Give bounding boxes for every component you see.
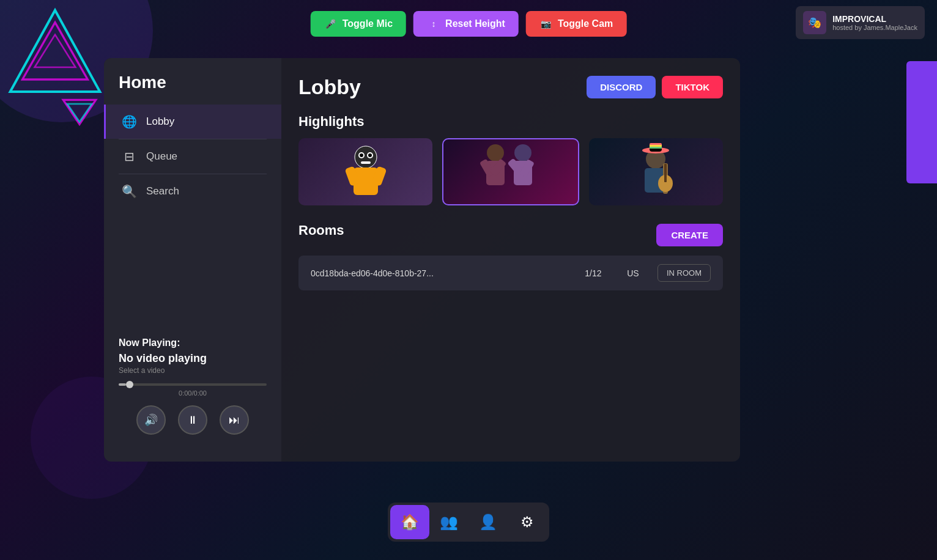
neon-logo [6,6,104,104]
create-button[interactable]: CREATE [656,224,723,246]
nav-home-button[interactable]: 🏠 [390,505,429,539]
toggle-mic-button[interactable]: 🎤 Toggle Mic [311,11,406,37]
highlights-row [298,138,723,205]
content-area: Lobby DISCORD TIKTOK Highlights [281,58,740,462]
highlight-thumb-2[interactable] [442,138,579,205]
room-count: 1/12 [578,268,609,278]
globe-icon: 🌐 [120,113,138,130]
nav-group-button[interactable]: 👥 [429,505,468,539]
tiktok-button[interactable]: TIKTOK [662,76,723,98]
top-bar: 🎤 Toggle Mic ↕ Reset Height 📷 Toggle Cam [311,11,627,37]
event-card: 🎭 IMPROVICAL hosted by James.MapleJack [796,6,925,39]
svg-marker-2 [35,35,76,67]
sidebar-search-label: Search [146,185,179,197]
progress-bar-container[interactable] [119,383,267,386]
now-playing-sub: Select a video [119,366,267,375]
sidebar-lobby-label: Lobby [146,116,174,128]
sidebar: Home 🌐 Lobby ⊟ Queue 🔍 Search Now Playin… [104,58,281,462]
sidebar-title: Home [104,73,281,105]
bottom-nav: 🏠 👥 👤 ⚙ [388,503,549,542]
toggle-mic-label: Toggle Mic [343,18,393,29]
nav-profile-button[interactable]: 👤 [468,505,508,539]
pause-button[interactable]: ⏸ [178,405,207,435]
rooms-header: Rooms CREATE [298,223,723,247]
pause-icon: ⏸ [187,414,198,427]
highlight-thumb-1[interactable] [298,138,432,205]
search-icon: 🔍 [120,183,138,200]
progress-thumb [126,381,133,388]
main-panel: Home 🌐 Lobby ⊟ Queue 🔍 Search Now Playin… [104,58,740,462]
svg-rect-26 [650,145,662,147]
sidebar-item-queue[interactable]: ⊟ Queue [104,139,281,174]
volume-icon: 🔊 [144,413,158,427]
reset-height-label: Reset Height [445,18,505,29]
svg-rect-27 [650,147,662,149]
settings-icon: ⚙ [520,514,534,531]
now-playing-title: Now Playing: [119,337,267,348]
profile-icon: 👤 [479,514,497,531]
svg-point-14 [487,144,504,161]
nav-settings-button[interactable]: ⚙ [508,505,547,539]
svg-point-18 [514,144,531,161]
table-row: 0cd18bda-ed06-4d0e-810b-27... 1/12 US IN… [298,256,723,290]
svg-rect-10 [361,161,371,164]
highlight-thumb-3[interactable] [589,138,723,205]
discord-button[interactable]: DISCORD [587,76,656,98]
event-icon: 🎭 [803,11,826,34]
content-title: Lobby [298,75,361,99]
toggle-cam-button[interactable]: 📷 Toggle Cam [526,11,626,37]
toggle-cam-label: Toggle Cam [558,18,613,29]
svg-point-5 [355,146,377,168]
sidebar-item-lobby[interactable]: 🌐 Lobby [104,105,281,139]
content-header: Lobby DISCORD TIKTOK [298,75,723,99]
svg-point-9 [368,153,372,157]
queue-icon: ⊟ [120,148,138,165]
group-icon: 👥 [440,514,458,531]
reset-height-button[interactable]: ↕ Reset Height [413,11,519,37]
in-room-button[interactable]: IN ROOM [657,264,711,282]
now-playing-track: No video playing [119,352,267,365]
sidebar-nav: 🌐 Lobby ⊟ Queue 🔍 Search [104,105,281,325]
event-info: IMPROVICAL hosted by James.MapleJack [832,14,917,31]
room-region: US [621,268,645,278]
progress-bar-fill [119,383,126,386]
purple-strip [906,61,937,183]
now-playing-section: Now Playing: No video playing Select a v… [104,325,281,447]
home-icon: 🏠 [401,514,419,531]
highlight-avatar-1 [298,138,432,205]
header-buttons: DISCORD TIKTOK [587,76,723,98]
volume-button[interactable]: 🔊 [136,405,166,435]
player-controls: 🔊 ⏸ ⏭ [119,405,267,435]
highlights-title: Highlights [298,114,723,130]
cam-icon: 📷 [539,17,553,31]
skip-button[interactable]: ⏭ [220,405,249,435]
highlight-avatar-2 [443,139,577,204]
svg-rect-31 [664,164,667,182]
highlight-avatar-3 [589,138,723,205]
progress-time: 0:00/0:00 [119,389,267,397]
room-id: 0cd18bda-ed06-4d0e-810b-27... [311,268,566,278]
event-host: hosted by James.MapleJack [832,24,917,31]
reset-icon: ↕ [427,17,440,31]
sidebar-queue-label: Queue [146,150,177,163]
rooms-title: Rooms [298,223,344,238]
event-title: IMPROVICAL [832,14,917,24]
sidebar-item-search[interactable]: 🔍 Search [104,174,281,208]
svg-point-8 [360,153,363,157]
skip-icon: ⏭ [229,414,240,427]
mic-icon: 🎤 [324,17,338,31]
